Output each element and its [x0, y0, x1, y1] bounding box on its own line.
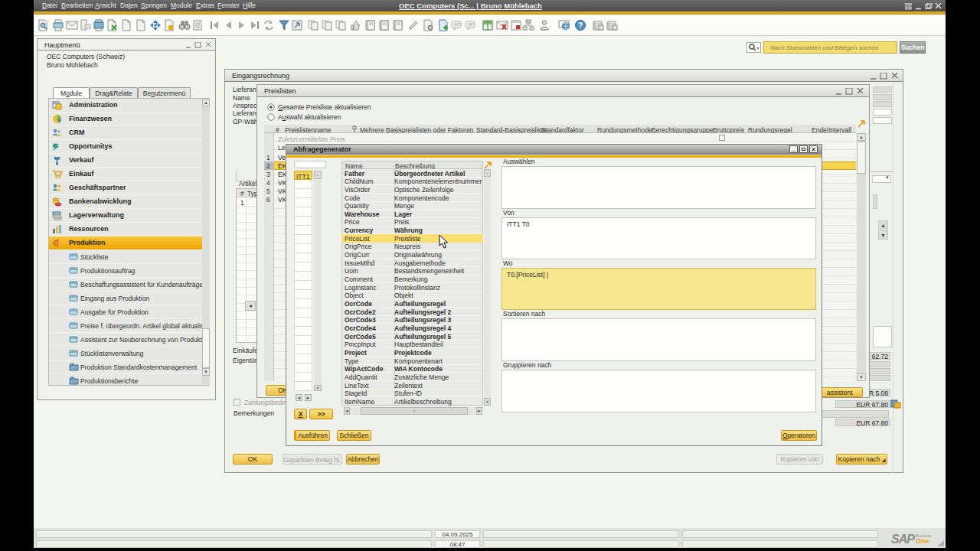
svg-text:?: ? [578, 21, 583, 30]
